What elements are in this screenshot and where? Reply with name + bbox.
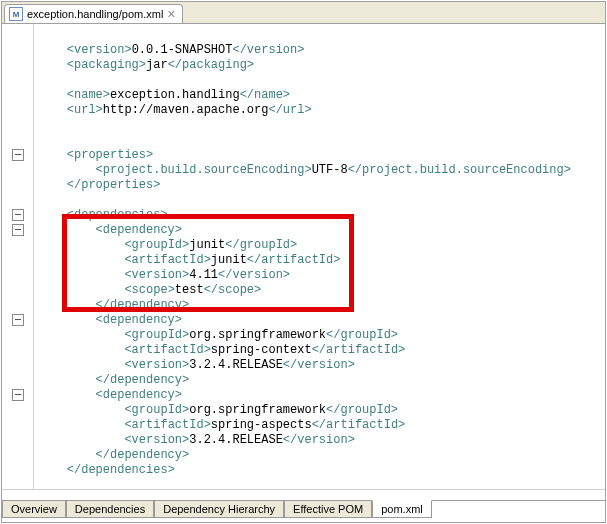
close-icon[interactable]: × [167, 7, 175, 21]
editor-tab-pom[interactable]: M exception.handling/pom.xml × [4, 4, 183, 23]
top-tab-bar: M exception.handling/pom.xml × [2, 2, 605, 24]
bottom-tab-effective-pom[interactable]: Effective POM [284, 500, 372, 518]
fold-minus-icon[interactable] [12, 224, 24, 236]
fold-minus-icon[interactable] [12, 314, 24, 326]
editor-area: <version>0.0.1-SNAPSHOT</version> <packa… [2, 24, 605, 489]
fold-minus-icon[interactable] [12, 389, 24, 401]
horizontal-ruler [2, 489, 605, 500]
fold-minus-icon[interactable] [12, 209, 24, 221]
folding-gutter[interactable] [2, 24, 34, 489]
maven-file-icon: M [9, 7, 23, 21]
fold-minus-icon[interactable] [12, 149, 24, 161]
bottom-tab-bar: OverviewDependenciesDependency Hierarchy… [2, 500, 605, 522]
code-editor[interactable]: <version>0.0.1-SNAPSHOT</version> <packa… [34, 24, 605, 489]
bottom-tab-pom.xml[interactable]: pom.xml [372, 500, 432, 518]
bottom-tab-overview[interactable]: Overview [2, 500, 66, 518]
editor-tab-label: exception.handling/pom.xml [27, 8, 163, 20]
bottom-tab-dependencies[interactable]: Dependencies [66, 500, 154, 518]
editor-window: M exception.handling/pom.xml × [1, 1, 606, 523]
bottom-tab-dependency-hierarchy[interactable]: Dependency Hierarchy [154, 500, 284, 518]
